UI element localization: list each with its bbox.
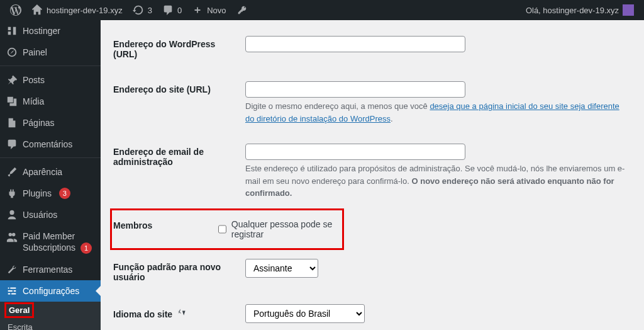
wp-url-input[interactable] bbox=[245, 36, 465, 52]
dashboard-icon bbox=[6, 47, 18, 58]
extra-icon-item[interactable] bbox=[231, 0, 253, 20]
default-role-label: Função padrão para novo usuário bbox=[113, 249, 239, 295]
sidebar-item-paid-member[interactable]: Paid Member Subscriptions 1 bbox=[0, 225, 101, 259]
admin-email-input[interactable] bbox=[245, 144, 465, 160]
translate-icon bbox=[175, 307, 187, 317]
new-label: Novo bbox=[207, 6, 226, 15]
pin-icon bbox=[6, 74, 18, 86]
site-name: hostinger-dev-19.xyz bbox=[47, 6, 123, 15]
plug-icon bbox=[6, 188, 18, 199]
members-checkbox-label[interactable]: Qualquer pessoa pode se registrar bbox=[218, 219, 337, 239]
plus-icon bbox=[192, 4, 203, 16]
paid-member-badge: 1 bbox=[80, 242, 92, 254]
members-icon bbox=[6, 232, 18, 243]
wordpress-icon bbox=[10, 4, 21, 16]
account-link[interactable]: Olá, hostinger-dev-19.xyz bbox=[521, 0, 639, 20]
sidebar-item-settings[interactable]: Configurações bbox=[0, 280, 101, 302]
menu-separator bbox=[0, 155, 101, 158]
comments-link[interactable]: 0 bbox=[157, 0, 187, 20]
settings-submenu: Geral Escrita Leitura Discussão Mídia Li… bbox=[0, 302, 101, 330]
wp-logo[interactable] bbox=[5, 0, 26, 20]
language-label: Idioma do site bbox=[113, 295, 239, 331]
avatar bbox=[623, 4, 634, 16]
updates-link[interactable]: 3 bbox=[128, 0, 157, 20]
members-checkbox[interactable] bbox=[218, 224, 226, 234]
sidebar-item-users[interactable]: Usuários bbox=[0, 204, 101, 225]
comment-icon bbox=[162, 4, 174, 16]
admin-sidebar: Hostinger Painel Posts Mídia Páginas Com… bbox=[0, 20, 101, 330]
sidebar-item-posts[interactable]: Posts bbox=[0, 69, 101, 91]
menu-separator bbox=[0, 63, 101, 66]
new-content[interactable]: Novo bbox=[187, 0, 231, 20]
sidebar-item-hostinger[interactable]: Hostinger bbox=[0, 20, 101, 42]
brush-icon bbox=[6, 166, 18, 178]
comments-icon bbox=[6, 139, 18, 150]
admin-email-label: Endereço de email de administração bbox=[113, 134, 239, 209]
site-url-input[interactable] bbox=[245, 81, 465, 98]
sidebar-item-tools[interactable]: Ferramentas bbox=[0, 259, 101, 280]
site-url-label: Endereço do site (URL) bbox=[113, 72, 239, 134]
members-label: Membros bbox=[111, 213, 212, 246]
admin-bar: hostinger-dev-19.xyz 3 0 Novo Olá, hosti… bbox=[0, 0, 644, 20]
plugins-badge: 3 bbox=[59, 188, 70, 199]
sliders-icon bbox=[6, 285, 18, 297]
hostinger-icon bbox=[6, 25, 18, 37]
wrench-icon bbox=[6, 264, 18, 275]
default-role-select[interactable]: Assinante bbox=[245, 259, 318, 278]
sidebar-item-comments[interactable]: Comentários bbox=[0, 134, 101, 155]
sidebar-item-pages[interactable]: Páginas bbox=[0, 112, 101, 134]
site-url-description: Digite o mesmo endereço aqui, a menos qu… bbox=[245, 100, 625, 125]
submenu-general[interactable]: Geral bbox=[5, 303, 33, 317]
language-select[interactable]: Português do Brasil bbox=[245, 304, 365, 323]
site-home[interactable]: hostinger-dev-19.xyz bbox=[26, 0, 128, 20]
refresh-icon bbox=[133, 4, 144, 16]
key-icon bbox=[236, 4, 248, 16]
home-icon bbox=[31, 4, 43, 16]
sidebar-item-media[interactable]: Mídia bbox=[0, 91, 101, 112]
sidebar-item-dashboard[interactable]: Painel bbox=[0, 42, 101, 63]
main-content: Endereço do WordPress (URL) Endereço do … bbox=[101, 20, 644, 330]
submenu-writing[interactable]: Escrita bbox=[0, 319, 101, 330]
media-icon bbox=[6, 96, 18, 107]
page-icon bbox=[6, 117, 18, 128]
greeting-text: Olá, hostinger-dev-19.xyz bbox=[526, 6, 619, 15]
updates-count: 3 bbox=[148, 6, 152, 15]
user-icon bbox=[6, 209, 18, 220]
comments-count: 0 bbox=[177, 6, 182, 15]
admin-email-description: Este endereço é utilizado para propósito… bbox=[245, 162, 625, 200]
sidebar-item-appearance[interactable]: Aparência bbox=[0, 161, 101, 183]
sidebar-item-plugins[interactable]: Plugins 3 bbox=[0, 183, 101, 204]
wp-url-label: Endereço do WordPress (URL) bbox=[113, 26, 239, 72]
